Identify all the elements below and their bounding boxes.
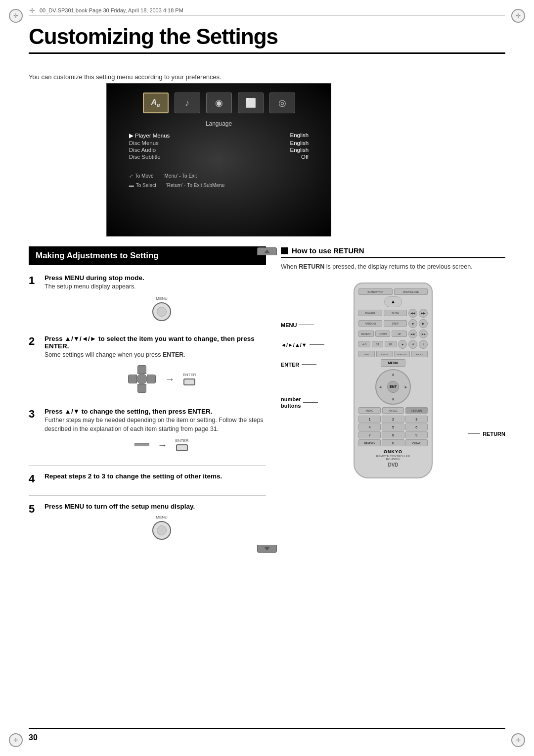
remote-dpad-outer: ▲ ▼ ◄ ► ENT <box>375 369 411 405</box>
btn-open-close: OPEN/CLOSE <box>394 288 428 295</box>
btn-3: 3 <box>405 416 428 423</box>
label-number-line <box>303 402 318 403</box>
menu-row-3: Disc Audio English <box>129 147 309 153</box>
btn-h: H <box>408 340 417 349</box>
step-1-icon-area: MENU <box>57 296 266 321</box>
enter-icon-container: ENTER <box>182 373 196 385</box>
menu-table-header: Language <box>206 120 232 127</box>
step-1: 1 Press MENU during stop mode. The setup… <box>29 274 266 325</box>
btn-return: RETURN <box>405 407 428 414</box>
label-enter-text: ENTER <box>281 362 299 368</box>
remote-logo: ONKYO <box>358 449 428 454</box>
btn-up: UP <box>392 331 407 337</box>
btn-4: 4 <box>358 424 381 430</box>
step-5-title: Press MENU to turn off the setup menu di… <box>44 503 266 510</box>
btn-1: 1 <box>358 416 381 423</box>
dpad-ud-icon <box>134 443 149 446</box>
menu-row-2: Disc Menus English <box>129 140 309 146</box>
menu-icon-language: AB <box>143 93 169 113</box>
nav-hint-move: ⤢ To Move <box>129 173 154 179</box>
menu-divider <box>129 165 309 165</box>
arrow-icon-2: → <box>157 439 167 451</box>
btn-0: 0 <box>382 439 404 446</box>
dpad-left-icon: ◄ <box>378 384 382 389</box>
step-1-title: Press MENU during stop mode. <box>44 274 266 282</box>
remote-menu-row: MENU <box>358 359 428 367</box>
label-nav: ◄/►/▲/▼ <box>281 342 324 348</box>
menu-icon-3: ◉ <box>206 93 232 113</box>
corner-decoration-tr <box>511 9 525 23</box>
btn-i: I <box>419 340 428 349</box>
step-4: 4 Repeat steps 2 to 3 to change the sett… <box>29 472 266 485</box>
step-3: 3 Press ▲/▼ to change the setting, then … <box>29 408 266 455</box>
right-column: How to use RETURN When RETURN is pressed… <box>281 246 505 554</box>
label-nav-line <box>310 344 324 345</box>
return-square-icon <box>281 247 288 254</box>
btn-step: STEP <box>384 320 407 327</box>
btn-memory: MEMORY <box>358 439 381 446</box>
main-content: Making Adjustments to Setting 1 Press ME… <box>29 246 505 554</box>
menu-value-disc-subtitle: Off <box>219 154 309 160</box>
step-divider-1 <box>29 465 266 466</box>
menu-label-player: Player Menus <box>129 132 219 139</box>
step-2-icon-area: → ENTER <box>57 364 266 394</box>
btn-stop: ■ <box>408 319 417 328</box>
btn-6: 6 <box>405 424 428 430</box>
btn-songs: SONGS <box>376 351 393 357</box>
nav-hints: ⤢ To Move 'Menu' - To Exit <box>129 173 309 179</box>
return-title: How to use RETURN <box>292 246 364 255</box>
btn-rew: ◀◀ <box>408 309 417 318</box>
remote-row-top: STANDBY/ON OPEN/CLOSE <box>358 288 428 295</box>
step-4-content: Repeat steps 2 to 3 to change the settin… <box>44 472 266 481</box>
remote-row-5: A-B ST EF ● H I <box>358 340 428 349</box>
btn-next-ch: |▶▶ <box>419 330 428 338</box>
remote-row-2: DIMMER SLOW ◀◀ ▶▶ <box>358 309 428 318</box>
btn-menu: MENU <box>381 359 406 367</box>
menu-value-disc-menus: English <box>219 140 309 146</box>
remote-row-3: RANDOM STEP ■ ▶ <box>358 319 428 328</box>
btn-7: 7 <box>358 431 381 438</box>
step-5-content: Press MENU to turn off the setup menu di… <box>44 503 266 544</box>
btn-audio: AUDIO <box>358 407 381 414</box>
page-title-section: Customizing the Settings <box>29 25 505 54</box>
step-5: 5 Press MENU to turn off the setup menu … <box>29 503 266 544</box>
step-3-number: 3 <box>29 408 42 421</box>
btn-angle: ANGLE <box>411 351 428 357</box>
dpad-enter-center: ENT <box>387 381 399 393</box>
remote-controller-text: REMOTE CONTROLLERRC-458DV <box>358 455 428 461</box>
remote-body: STANDBY/ON OPEN/CLOSE ▲ DIMMER SLOW ◀◀ ▶… <box>354 283 433 478</box>
label-return-line <box>468 433 480 434</box>
remote-row-audio: AUDIO ANGLE RETURN <box>358 407 428 414</box>
section-header: Making Adjustments to Setting <box>29 246 266 265</box>
page-number: 30 <box>29 733 38 742</box>
step-4-title: Repeat steps 2 to 3 to change the settin… <box>44 472 266 480</box>
step-1-number: 1 <box>29 274 42 287</box>
menu-icon-5: ◎ <box>269 93 295 113</box>
dpad-down-icon: ▼ <box>391 397 395 402</box>
menu-row-1: Player Menus English <box>129 132 309 139</box>
bottom-rule <box>29 728 505 729</box>
btn-st: ST <box>372 341 384 347</box>
label-return: RETURN <box>468 431 505 437</box>
nav-hint-menu-exit: 'Menu' - To Exit <box>164 173 197 179</box>
btn-5: 5 <box>382 424 404 430</box>
btn-repeat: REPEAT <box>358 331 374 337</box>
dpad-right-icon: ► <box>404 384 408 389</box>
btn-dimmer: DIMMER <box>358 310 382 316</box>
label-number: numberbuttons <box>281 396 324 409</box>
subtitle-text: You can customize this setting menu acco… <box>29 73 222 81</box>
menu-icon-4: ⬜ <box>238 93 264 113</box>
return-desc: When RETURN is pressed, the display retu… <box>281 262 505 272</box>
btn-standby: STANDBY/ON <box>358 288 393 295</box>
dpad-up-icon: ▲ <box>391 372 395 377</box>
return-header: How to use RETURN <box>281 246 505 258</box>
page-title: Customizing the Settings <box>29 25 505 54</box>
step-3-desc: Further steps may be needed depending on… <box>44 416 266 433</box>
btn-fwd: ▶▶ <box>419 309 428 318</box>
label-menu-text: MENU <box>281 322 297 328</box>
step-3-icon-area: → ENTER <box>57 438 266 451</box>
step-divider-2 <box>29 495 266 496</box>
nav-hint-select: ▬ To Select <box>129 183 156 188</box>
step-5-icon-area: MENU <box>57 515 266 540</box>
step-2-content: Press ▲/▼/◄/► to select the item you wan… <box>44 335 266 398</box>
